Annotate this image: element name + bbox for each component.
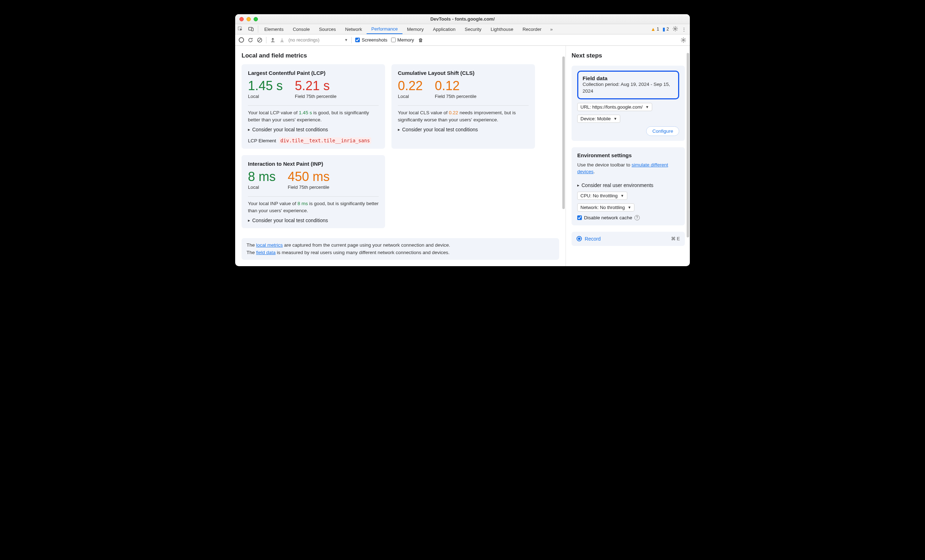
device-select[interactable]: Device: Mobile ▼: [577, 115, 620, 123]
maximize-window-button[interactable]: [254, 17, 258, 21]
screenshots-checkbox[interactable]: Screenshots: [355, 37, 387, 43]
more-tabs-icon[interactable]: »: [546, 24, 557, 34]
chevron-down-icon: ▼: [645, 105, 649, 109]
divider: [248, 196, 379, 197]
inp-expander[interactable]: Consider your local test conditions: [248, 218, 379, 223]
network-select[interactable]: Network: No throttling ▼: [577, 203, 634, 212]
env-expander[interactable]: Consider real user environments: [577, 182, 679, 188]
tab-performance[interactable]: Performance: [367, 24, 402, 34]
record-shortcut: ⌘ E: [671, 236, 680, 241]
tab-console[interactable]: Console: [288, 24, 314, 34]
inp-desc: Your local INP value of 8 ms is good, bu…: [248, 200, 379, 214]
cls-local: 0.22 Local: [398, 80, 423, 99]
lcp-field-sub: Field 75th percentile: [295, 94, 336, 99]
window-title: DevTools - fonts.google.com/: [235, 17, 690, 22]
lcp-local-sub: Local: [248, 94, 283, 99]
warning-count[interactable]: ▲ 1: [651, 26, 659, 32]
capture-settings-icon[interactable]: [681, 37, 686, 43]
field-data-title: Field data: [583, 75, 674, 81]
recordings-select[interactable]: (no recordings) ▼: [288, 37, 348, 43]
warning-count-value: 1: [657, 27, 659, 32]
memory-checkbox-input[interactable]: [391, 38, 396, 42]
inp-field-sub: Field 75th percentile: [288, 185, 330, 190]
panel-tabs: Elements Console Sources Network Perform…: [235, 24, 690, 35]
perf-toolbar: (no recordings) ▼ Screenshots Memory: [235, 35, 690, 46]
tab-application[interactable]: Application: [428, 24, 460, 34]
lcp-element-label: LCP Element: [248, 138, 276, 143]
clear-button[interactable]: [257, 37, 262, 43]
inspect-element-icon[interactable]: [235, 24, 246, 34]
upload-profile-icon[interactable]: [270, 37, 276, 43]
cls-local-sub: Local: [398, 94, 423, 99]
cpu-select[interactable]: CPU: No throttling ▼: [577, 192, 627, 200]
lcp-field-value: 5.21 s: [295, 80, 336, 92]
warning-icon: ▲: [651, 26, 656, 32]
local-metrics-link[interactable]: local metrics: [256, 242, 283, 248]
divider: [398, 105, 529, 106]
url-select[interactable]: URL: https://fonts.google.com/ ▼: [577, 103, 652, 111]
side-pane: Next steps Field data Collection period:…: [565, 46, 690, 266]
env-desc: Use the device toolbar to simulate diffe…: [577, 162, 679, 175]
lcp-local-value: 1.45 s: [248, 80, 283, 92]
tab-lighthouse[interactable]: Lighthouse: [486, 24, 518, 34]
tab-sources[interactable]: Sources: [314, 24, 340, 34]
disable-cache-checkbox[interactable]: [577, 215, 582, 220]
recordings-select-label: (no recordings): [288, 37, 319, 43]
messages-count[interactable]: ▮ 2: [663, 26, 669, 32]
lcp-desc: Your local LCP value of 1.45 s is good, …: [248, 109, 379, 123]
metrics-footnote: The local metrics are captured from the …: [241, 238, 559, 260]
collection-period: Collection period: Aug 19, 2024 - Sep 15…: [583, 81, 674, 95]
divider: [258, 26, 258, 33]
main-scrollbar[interactable]: [562, 56, 565, 209]
cls-title: Cumulative Layout Shift (CLS): [398, 70, 529, 76]
separator: [351, 37, 352, 43]
inp-field: 450 ms Field 75th percentile: [288, 170, 330, 190]
close-window-button[interactable]: [240, 17, 244, 21]
collect-garbage-icon[interactable]: [418, 37, 423, 43]
record-button[interactable]: [239, 37, 244, 43]
environment-settings-card: Environment settings Use the device tool…: [571, 147, 685, 225]
cls-expander[interactable]: Consider your local test conditions: [398, 127, 529, 132]
chevron-down-icon: ▼: [621, 194, 624, 198]
tab-security[interactable]: Security: [460, 24, 486, 34]
lcp-field: 5.21 s Field 75th percentile: [295, 80, 336, 99]
inp-local-sub: Local: [248, 185, 276, 190]
reload-record-button[interactable]: [248, 37, 253, 43]
tab-elements[interactable]: Elements: [260, 24, 288, 34]
lcp-local: 1.45 s Local: [248, 80, 283, 99]
lcp-element-row: LCP Element div.tile__text.tile__inria_s…: [248, 137, 379, 144]
inp-local: 8 ms Local: [248, 170, 276, 190]
svg-point-5: [683, 39, 684, 41]
cls-desc: Your local CLS value of 0.22 needs impro…: [398, 109, 529, 123]
inp-title: Interaction to Next Paint (INP): [248, 161, 379, 167]
lcp-card: Largest Contentful Paint (LCP) 1.45 s Lo…: [241, 64, 385, 149]
help-icon[interactable]: ?: [634, 215, 640, 221]
lcp-element-selector[interactable]: div.tile__text.tile__inria_sans: [279, 137, 371, 144]
screenshots-label: Screenshots: [362, 37, 387, 43]
cls-field-value: 0.12: [435, 80, 476, 92]
record-row[interactable]: Record ⌘ E: [571, 232, 685, 246]
device-toolbar-icon[interactable]: [246, 24, 256, 34]
tab-memory[interactable]: Memory: [402, 24, 428, 34]
lcp-expander[interactable]: Consider your local test conditions: [248, 127, 379, 132]
memory-checkbox[interactable]: Memory: [391, 37, 414, 43]
minimize-window-button[interactable]: [247, 17, 251, 21]
divider: [248, 105, 379, 106]
chevron-down-icon: ▼: [613, 117, 617, 121]
metrics-row: Largest Contentful Paint (LCP) 1.45 s Lo…: [241, 64, 559, 228]
tab-network[interactable]: Network: [340, 24, 367, 34]
svg-point-3: [675, 28, 676, 29]
download-profile-icon[interactable]: [279, 37, 285, 43]
side-scrollbar[interactable]: [687, 53, 689, 237]
disable-cache-label: Disable network cache: [584, 215, 632, 221]
record-label: Record: [585, 236, 601, 242]
cls-card: Cumulative Layout Shift (CLS) 0.22 Local…: [392, 64, 535, 149]
screenshots-checkbox-input[interactable]: [355, 38, 360, 42]
field-data-link[interactable]: field data: [256, 250, 276, 255]
settings-icon[interactable]: [672, 26, 678, 33]
side-heading: Next steps: [571, 52, 685, 59]
configure-button[interactable]: Configure: [646, 126, 679, 136]
inp-field-value: 450 ms: [288, 170, 330, 183]
kebab-menu-icon[interactable]: ⋮: [682, 27, 686, 32]
tab-recorder[interactable]: Recorder: [518, 24, 546, 34]
